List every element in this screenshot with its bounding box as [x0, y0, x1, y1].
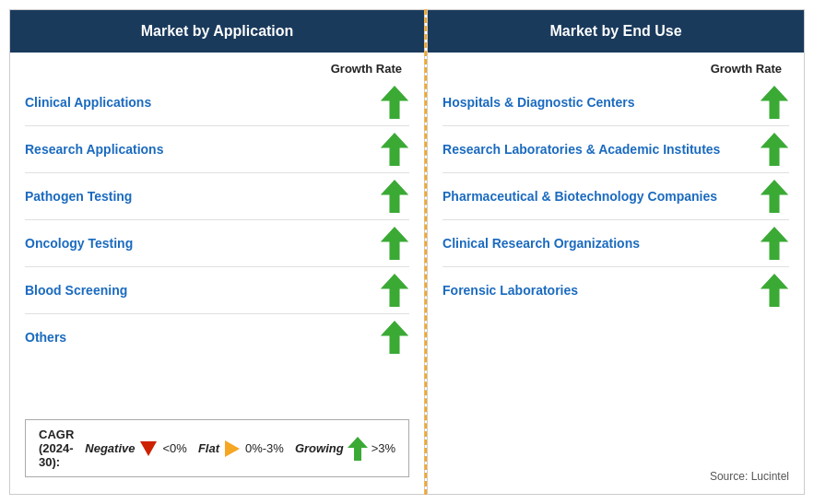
- left-item-label-0: Clinical Applications: [25, 95, 380, 110]
- svg-marker-4: [381, 274, 408, 307]
- svg-marker-9: [761, 180, 788, 213]
- right-panel-title: Market by End Use: [549, 23, 681, 39]
- green-up-arrow-0: [380, 86, 409, 119]
- left-item-label-1: Research Applications: [25, 142, 380, 157]
- left-item-label-3: Oncology Testing: [25, 236, 380, 251]
- right-item-label-1: Research Laboratories & Academic Institu…: [442, 142, 760, 157]
- green-up-arrow-icon: [760, 274, 789, 307]
- right-panel: Market by End Use Growth Rate Hospitals …: [427, 9, 805, 495]
- right-item-row: Hospitals & Diagnostic Centers: [442, 79, 789, 126]
- svg-marker-3: [381, 227, 408, 260]
- left-item-row: Clinical Applications: [25, 79, 409, 126]
- red-down-arrow-icon: [140, 441, 157, 456]
- legend-area: CAGR (2024-30): Negative <0% Flat 0%-3% …: [25, 412, 409, 485]
- right-item-row: Forensic Laboratories: [442, 267, 789, 313]
- right-items-list: Hospitals & Diagnostic Centers Research …: [442, 79, 789, 313]
- legend-box: CAGR (2024-30): Negative <0% Flat 0%-3% …: [25, 419, 409, 477]
- left-panel-header: Market by Application: [10, 10, 424, 53]
- svg-marker-5: [381, 321, 408, 354]
- left-panel: Market by Application Growth Rate Clinic…: [9, 9, 425, 495]
- right-item-row: Clinical Research Organizations: [442, 220, 789, 267]
- green-up-arrow-5: [380, 321, 409, 354]
- source-label: Source: Lucintel: [710, 470, 789, 483]
- legend-negative: Negative <0%: [85, 441, 187, 456]
- green-up-arrow-icon: [760, 86, 789, 119]
- right-item-row: Pharmaceutical & Biotechnology Companies: [442, 173, 789, 220]
- svg-marker-2: [381, 180, 408, 213]
- green-up-arrow-right-2: [760, 180, 789, 213]
- green-up-arrow-icon: [760, 227, 789, 260]
- green-up-arrow-icon: [760, 180, 789, 213]
- green-up-arrow-1: [380, 133, 409, 166]
- green-up-arrow-icon: [380, 227, 409, 260]
- legend-negative-value: <0%: [162, 441, 186, 455]
- svg-marker-8: [761, 133, 788, 166]
- green-up-arrow-icon: [380, 133, 409, 166]
- left-panel-body: Growth Rate Clinical Applications Resear…: [10, 53, 424, 494]
- green-up-arrow-right-3: [760, 227, 789, 260]
- right-item-label-3: Clinical Research Organizations: [442, 236, 760, 251]
- left-items-list: Clinical Applications Research Applicati…: [25, 79, 409, 360]
- green-up-arrow-icon: [380, 180, 409, 213]
- svg-marker-11: [761, 274, 788, 307]
- green-up-arrow-icon: [380, 86, 409, 119]
- green-up-arrow-3: [380, 227, 409, 260]
- left-item-row: Blood Screening: [25, 267, 409, 314]
- svg-marker-0: [381, 86, 408, 119]
- legend-flat-label: Flat: [198, 441, 219, 455]
- svg-marker-10: [761, 227, 788, 260]
- left-item-label-2: Pathogen Testing: [25, 189, 380, 204]
- green-up-arrow-4: [380, 274, 409, 307]
- right-panel-header: Market by End Use: [428, 10, 804, 53]
- left-item-row: Oncology Testing: [25, 220, 409, 267]
- orange-right-arrow-icon: [225, 440, 240, 457]
- legend-growing: Growing >3%: [295, 437, 395, 461]
- legend-growing-value: >3%: [372, 441, 395, 455]
- svg-marker-7: [761, 86, 788, 119]
- legend-negative-label: Negative: [85, 441, 135, 455]
- legend-growing-label: Growing: [295, 441, 344, 455]
- legend-flat: Flat 0%-3%: [198, 440, 284, 457]
- right-growth-rate-label: Growth Rate: [442, 62, 789, 76]
- right-item-label-0: Hospitals & Diagnostic Centers: [442, 95, 760, 110]
- left-panel-title: Market by Application: [141, 23, 294, 39]
- right-item-label-2: Pharmaceutical & Biotechnology Companies: [442, 189, 760, 204]
- green-up-arrow-right-0: [760, 86, 789, 119]
- green-up-arrow-right-4: [760, 274, 789, 307]
- green-up-arrow-icon: [380, 274, 409, 307]
- right-item-label-4: Forensic Laboratories: [442, 283, 760, 298]
- left-item-label-4: Blood Screening: [25, 283, 380, 298]
- left-item-row: Pathogen Testing: [25, 173, 409, 220]
- legend-cagr: CAGR (2024-30):: [39, 428, 74, 469]
- right-item-row: Research Laboratories & Academic Institu…: [442, 126, 789, 173]
- legend-flat-range: 0%-3%: [245, 441, 284, 455]
- left-item-row: Others: [25, 314, 409, 360]
- green-up-arrow-icon-legend: [348, 437, 368, 461]
- green-up-arrow-icon: [380, 321, 409, 354]
- green-up-arrow-icon: [760, 133, 789, 166]
- main-container: Market by Application Growth Rate Clinic…: [0, 0, 814, 504]
- green-up-arrow-right-1: [760, 133, 789, 166]
- left-item-label-5: Others: [25, 330, 380, 345]
- svg-marker-1: [381, 133, 408, 166]
- right-panel-body: Growth Rate Hospitals & Diagnostic Cente…: [428, 53, 804, 494]
- left-growth-rate-label: Growth Rate: [25, 62, 409, 76]
- left-item-row: Research Applications: [25, 126, 409, 173]
- green-up-arrow-2: [380, 180, 409, 213]
- svg-marker-6: [348, 437, 368, 461]
